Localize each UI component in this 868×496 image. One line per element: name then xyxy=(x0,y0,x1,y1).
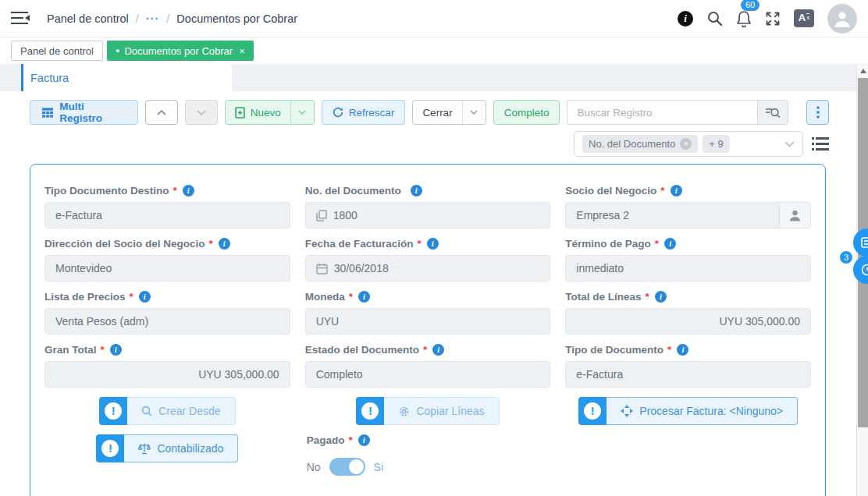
detail-panel-toggle-button[interactable] xyxy=(853,229,868,257)
copiar-lineas-button[interactable]: ! Copiar Líneas xyxy=(356,397,499,425)
breadcrumb-ellipsis[interactable]: ··· xyxy=(146,12,160,25)
termino-de-pago-input[interactable]: inmediato xyxy=(565,255,811,282)
more-filters-chip: + 9 xyxy=(703,135,729,153)
close-tab-icon[interactable]: × xyxy=(239,45,245,57)
info-icon[interactable]: i xyxy=(671,185,682,197)
contabilizado-button[interactable]: ! Contabilizado xyxy=(96,434,238,462)
refresh-icon xyxy=(333,107,343,118)
tab-factura[interactable]: Factura xyxy=(21,64,232,91)
breadcrumb-separator: / xyxy=(136,12,139,25)
estado-del-documento-input[interactable]: Completo xyxy=(305,361,551,388)
grid-icon xyxy=(42,108,53,118)
total-de-lineas-input: UYU 305,000.00 xyxy=(565,308,811,335)
exclamation-icon: ! xyxy=(578,397,607,425)
fullscreen-icon[interactable] xyxy=(765,11,781,27)
field-estado-del-documento: Estado del Documento*i Completo xyxy=(305,344,551,388)
info-icon[interactable]: i xyxy=(358,291,370,303)
breadcrumb-root[interactable]: Panel de control xyxy=(47,12,129,25)
moneda-input[interactable]: UYU xyxy=(305,308,551,335)
advanced-search-button[interactable] xyxy=(757,100,788,125)
filter-chip: No. del Documento × xyxy=(582,135,698,153)
next-record-button[interactable] xyxy=(185,100,218,125)
clock-icon xyxy=(861,264,868,276)
close-dropdown-toggle[interactable] xyxy=(462,101,486,124)
field-pagado: Pagado*i No Si xyxy=(305,434,551,476)
field-tipo-documento-destino: Tipo Documento Destino*i e-Factura xyxy=(44,185,290,229)
info-icon[interactable]: i xyxy=(677,344,688,356)
filter-bar: No. del Documento × + 9 xyxy=(0,125,868,157)
field-total-de-lineas: Total de Líneas*i UYU 305,000.00 xyxy=(565,291,811,335)
gran-total-input: UYU 305,000.00 xyxy=(44,361,290,388)
top-bar: Panel de control / ··· / Documentos por … xyxy=(0,0,868,37)
info-icon[interactable]: i xyxy=(432,344,444,356)
field-gran-total: Gran Total*i UYU 305,000.00 xyxy=(44,344,290,388)
close-document-button[interactable]: Cerrar xyxy=(412,100,486,125)
sidebar-toggle-icon[interactable] xyxy=(11,12,30,26)
tipo-documento-destino-input[interactable]: e-Factura xyxy=(44,202,290,229)
process-icon xyxy=(621,405,633,417)
info-icon[interactable]: i xyxy=(427,238,439,250)
chevron-up-icon xyxy=(157,110,166,115)
gear-icon xyxy=(398,406,410,417)
scroll-up-arrow[interactable] xyxy=(860,69,866,73)
paid-toggle[interactable] xyxy=(329,458,365,476)
window-tab-bar: Panel de control ● Documentos por Cobrar… xyxy=(0,37,868,64)
field-no-del-documento: No. del Documentoi 1800 xyxy=(305,185,551,229)
multi-record-button[interactable]: Multi Registro xyxy=(30,100,138,125)
more-options-button[interactable] xyxy=(806,100,829,125)
search-lines-icon xyxy=(765,106,781,119)
lista-de-precios-input[interactable]: Venta Pesos (adm) xyxy=(44,308,290,335)
list-view-icon[interactable] xyxy=(812,137,829,151)
filter-columns-select[interactable]: No. del Documento × + 9 xyxy=(574,131,803,157)
info-icon[interactable]: i xyxy=(678,11,693,27)
complete-status-button[interactable]: Completo xyxy=(493,100,560,125)
tab-panel-de-control[interactable]: Panel de control xyxy=(11,41,103,61)
kebab-menu-icon xyxy=(816,106,820,119)
info-icon[interactable]: i xyxy=(655,291,667,303)
field-lista-de-precios: Lista de Precios*i Venta Pesos (adm) xyxy=(44,291,290,335)
socio-del-negocio-input[interactable]: Empresa 2 xyxy=(565,202,811,229)
previous-record-button[interactable] xyxy=(145,100,178,125)
info-icon[interactable]: i xyxy=(411,185,422,197)
info-icon[interactable]: i xyxy=(219,238,230,250)
info-icon[interactable]: i xyxy=(183,185,194,197)
search-icon[interactable] xyxy=(706,10,723,27)
user-avatar[interactable] xyxy=(827,4,857,34)
search-record-input[interactable] xyxy=(567,100,757,125)
notifications-bell-icon[interactable]: 60 xyxy=(736,10,752,27)
breadcrumb-current: Documentos por Cobrar xyxy=(176,12,297,25)
exclamation-icon: ! xyxy=(356,397,384,425)
new-document-icon xyxy=(235,107,245,119)
field-fecha-facturacion: Fecha de Facturación*i 30/06/2018 xyxy=(305,238,551,282)
translate-icon[interactable]: Ax xyxy=(794,9,814,27)
tab-documentos-por-cobrar[interactable]: ● Documentos por Cobrar × xyxy=(107,41,254,61)
refresh-button[interactable]: Refrescar xyxy=(322,100,406,125)
procesar-factura-button[interactable]: ! Procesar Factura: <Ninguno> xyxy=(578,397,798,425)
new-record-button[interactable]: Nuevo xyxy=(225,100,315,125)
app-window: Panel de control / ··· / Documentos por … xyxy=(0,0,868,496)
no-del-documento-input[interactable]: 1800 xyxy=(305,202,551,229)
crear-desde-button[interactable]: ! Crear Desde xyxy=(99,397,235,425)
tipo-de-documento-input[interactable]: e-Factura xyxy=(565,361,811,388)
direccion-socio-input[interactable]: Montevideo xyxy=(44,255,290,282)
panel-count-badge: 3 xyxy=(838,250,854,265)
remove-chip-icon[interactable]: × xyxy=(680,138,692,150)
field-tipo-de-documento: Tipo de Documento*i e-Factura xyxy=(565,344,811,388)
record-search xyxy=(567,100,788,125)
info-icon[interactable]: i xyxy=(139,291,151,303)
exclamation-icon: ! xyxy=(96,434,124,462)
info-icon[interactable]: i xyxy=(110,344,122,356)
detail-card-icon xyxy=(861,237,868,248)
fecha-facturacion-input[interactable]: 30/06/2018 xyxy=(305,255,551,282)
info-icon[interactable]: i xyxy=(664,238,676,250)
info-icon[interactable]: i xyxy=(358,434,370,446)
toolbar: Multi Registro Nuevo Refrescar Cerrar xyxy=(0,91,868,125)
paid-no-label: No xyxy=(307,461,321,473)
business-partner-lookup-button[interactable] xyxy=(779,203,810,228)
records-panel-toggle-button[interactable] xyxy=(853,256,868,284)
detail-tab-strip: Factura xyxy=(0,64,868,91)
field-socio-del-negocio: Socio del Negocio*i Empresa 2 xyxy=(565,185,811,229)
new-dropdown-toggle[interactable] xyxy=(290,101,314,124)
field-moneda: Moneda*i UYU xyxy=(305,291,551,335)
chevron-down-icon xyxy=(470,110,478,115)
